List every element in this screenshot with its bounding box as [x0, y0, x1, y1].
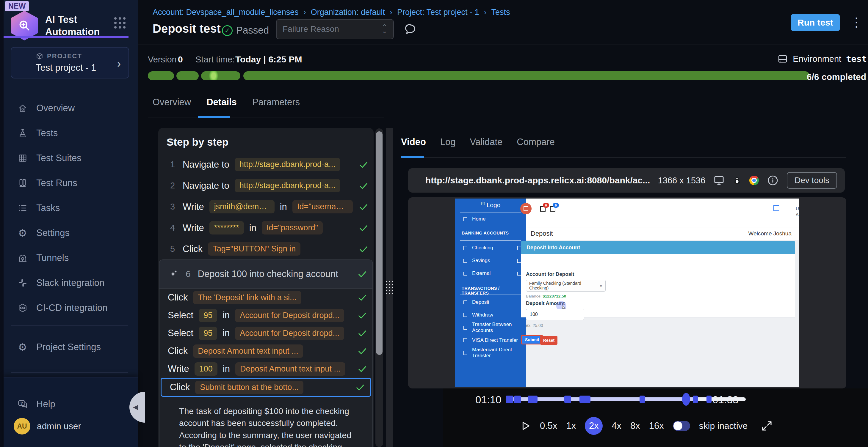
brand[interactable]: AI Test Automation	[11, 11, 114, 40]
step-target-chip[interactable]: Deposit Amount text input ...	[193, 344, 303, 358]
checkbox-icon[interactable]	[517, 259, 521, 263]
breadcrumb-link[interactable]: Tests	[491, 8, 510, 17]
step-target-chip[interactable]: Tag="BUTTON" Sign in	[208, 242, 301, 255]
step-target-chip[interactable]: 100	[194, 362, 217, 376]
step-row[interactable]: ClickThe 'Deposit' link with a si...	[159, 288, 372, 306]
step-row[interactable]: 2Navigate tohttp://stage.dbank.prod-a...	[158, 175, 374, 196]
step-target-chip[interactable]: jsmith@demo.io	[209, 200, 275, 213]
step-row-selected[interactable]: ClickSubmit button at the botto...	[161, 378, 371, 397]
timeline-event-marker[interactable]	[580, 396, 590, 403]
dev-tools-button[interactable]: Dev tools	[787, 172, 837, 189]
tab-parameters[interactable]: Parameters	[252, 97, 300, 108]
step-row[interactable]: 5ClickTag="BUTTON" Sign in	[158, 238, 374, 260]
user-menu[interactable]: AU admin user	[4, 418, 138, 435]
message-icon[interactable]: 0	[550, 206, 555, 212]
video-tab-video[interactable]: Video	[401, 137, 426, 147]
timeline-event-marker[interactable]	[564, 396, 571, 403]
timeline-event-marker[interactable]	[514, 396, 521, 403]
step-target-chip[interactable]: http://stage.dbank.prod-a...	[235, 158, 340, 171]
speed-2x[interactable]: 2x	[585, 417, 603, 435]
progress-segment[interactable]	[243, 71, 810, 80]
tab-overview[interactable]: Overview	[153, 97, 191, 108]
deposit-amount-input[interactable]: 100	[526, 309, 584, 320]
sidebar-item-test-suites[interactable]: Test Suites	[4, 146, 138, 171]
user-avatar-placeholder[interactable]: UserAvat'	[790, 202, 799, 217]
timeline-playhead[interactable]	[682, 393, 690, 406]
step-group-header[interactable]: 6 Deposit 100 into checking account	[159, 260, 372, 288]
step-target-chip[interactable]: Deposit Amount text input ...	[235, 362, 345, 376]
sidebar-item-tests[interactable]: Tests	[4, 121, 138, 146]
step-target-chip[interactable]: http://stage.dbank.prod-a...	[235, 179, 340, 192]
video-tab-log[interactable]: Log	[440, 137, 456, 147]
sidebar-item-tunnels[interactable]: Tunnels	[4, 245, 138, 271]
sidebar-item-project-settings[interactable]: ⚙ Project Settings	[4, 335, 138, 359]
checkbox-icon[interactable]	[517, 246, 521, 250]
checkbox-icon[interactable]	[517, 272, 521, 276]
step-target-chip[interactable]: Submit button at the botto...	[195, 381, 303, 394]
scrollbar-thumb[interactable]	[376, 131, 382, 355]
sidebar-item-tasks[interactable]: Tasks	[4, 196, 138, 220]
video-tab-compare[interactable]: Compare	[517, 137, 555, 147]
comment-icon[interactable]	[403, 22, 417, 36]
step-target-chip[interactable]: Id="username"	[292, 200, 353, 213]
step-target-chip[interactable]: The 'Deposit' link with a si...	[193, 291, 301, 304]
progress-segment-current[interactable]	[201, 71, 240, 80]
sidebar-item-help[interactable]: ? Help	[4, 392, 138, 417]
progress-segment[interactable]	[176, 71, 199, 80]
breadcrumb-link[interactable]: Account: Devspace_all_module_licenses	[153, 8, 299, 17]
timeline-event-marker[interactable]	[707, 396, 712, 403]
run-test-button[interactable]: Run test	[790, 14, 840, 31]
app-nav-home[interactable]: Home	[455, 215, 526, 224]
info-icon[interactable]	[767, 174, 779, 187]
speed-1x[interactable]: 1x	[566, 420, 576, 431]
breadcrumb-link[interactable]: Organization: default	[311, 8, 385, 17]
panel-splitter[interactable]	[386, 128, 393, 447]
app-nav-external[interactable]: External	[455, 269, 526, 278]
speed-8x[interactable]: 8x	[630, 420, 640, 431]
video-tab-validate[interactable]: Validate	[470, 137, 503, 147]
reset-button[interactable]: Reset	[540, 336, 557, 345]
step-target-chip[interactable]: 95	[199, 309, 217, 322]
play-button[interactable]	[519, 420, 531, 432]
app-nav-checking[interactable]: Checking	[455, 243, 526, 252]
steps-scrollbar[interactable]	[375, 128, 383, 447]
failure-reason-select[interactable]: Failure Reason ⌃⌄	[276, 19, 394, 39]
project-selector[interactable]: PROJECT Test project - 1 ›	[11, 47, 129, 78]
more-menu-icon[interactable]: ⋮	[850, 15, 863, 29]
timeline-event-marker[interactable]	[506, 396, 514, 403]
step-row[interactable]: Select95inAccount for Deposit dropd...	[159, 324, 372, 342]
app-nav-withdraw[interactable]: Withdraw	[455, 311, 526, 319]
step-row[interactable]: Write100inDeposit Amount text input ...	[159, 360, 372, 378]
step-row[interactable]: 3Writejsmith@demo.ioinId="username"	[158, 196, 374, 217]
timeline-event-marker[interactable]	[528, 396, 537, 403]
submit-button[interactable]: Submit	[521, 335, 543, 344]
menu-toggle-button[interactable]	[520, 203, 532, 214]
fullscreen-icon[interactable]	[761, 420, 773, 432]
notification-icon[interactable]: 0	[540, 206, 546, 212]
timeline-event-marker[interactable]	[693, 396, 698, 403]
timeline-track[interactable]	[506, 398, 746, 401]
step-target-chip[interactable]: Account for Deposit dropd...	[235, 326, 344, 340]
timeline-event-marker[interactable]	[640, 396, 645, 403]
step-row[interactable]: Select95inAccount for Deposit dropd...	[159, 306, 372, 324]
sidebar-item-ci-cd-integration[interactable]: CI-CD integration	[4, 296, 138, 320]
speed-16x[interactable]: 16x	[649, 420, 664, 431]
app-grid-icon[interactable]	[114, 17, 126, 29]
tab-details[interactable]: Details	[207, 97, 237, 108]
step-target-chip[interactable]: Id="password"	[262, 221, 323, 235]
app-nav-visa-direct-transfer[interactable]: VISA Direct Transfer	[455, 336, 526, 345]
app-nav-transfer-between-accounts[interactable]: Transfer Between Accounts	[455, 323, 526, 332]
breadcrumb-link[interactable]: Project: Test project - 1	[397, 8, 479, 17]
step-row[interactable]: 4Write********inId="password"	[158, 217, 374, 238]
step-target-chip[interactable]: Account for Deposit dropd...	[235, 309, 344, 322]
app-nav-savings[interactable]: Savings	[455, 256, 526, 265]
step-target-chip[interactable]: 95	[199, 326, 217, 340]
progress-segment[interactable]	[148, 71, 174, 80]
speed-4x[interactable]: 4x	[612, 420, 621, 431]
app-nav-deposit[interactable]: Deposit	[455, 298, 526, 307]
sidebar-item-test-runs[interactable]: Test Runs	[4, 171, 138, 196]
speed-0.5x[interactable]: 0.5x	[540, 420, 557, 431]
step-target-chip[interactable]: ********	[209, 221, 244, 235]
app-nav-mastercard-direct-transfer[interactable]: Mastercard Direct Transfer	[455, 348, 526, 357]
skip-inactive-toggle[interactable]	[673, 421, 690, 431]
